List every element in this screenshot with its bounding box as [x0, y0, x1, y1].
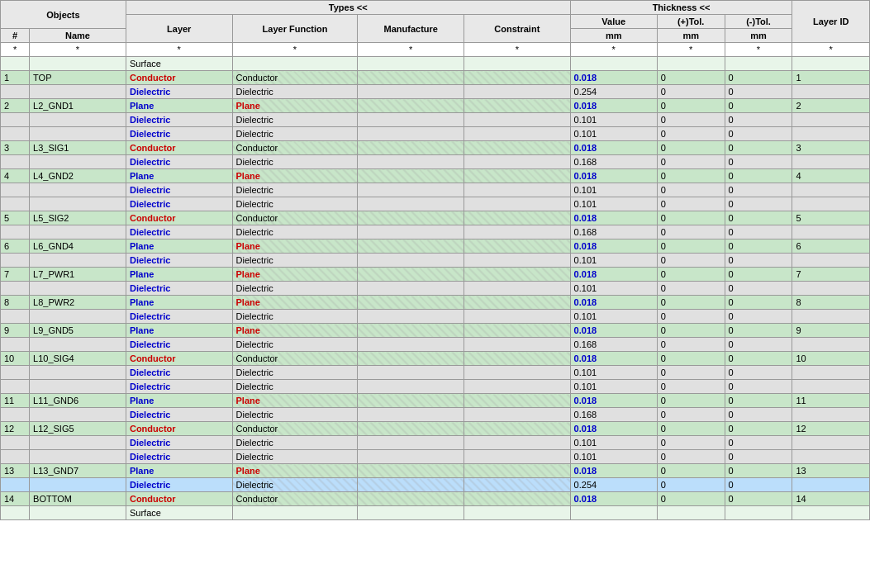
- cell-value: 0.018: [570, 352, 657, 366]
- cell-layer-fn: Conductor: [232, 422, 358, 436]
- cell-layer-fn: [232, 506, 358, 520]
- cell-constraint: [464, 436, 571, 450]
- cell-layer: Dielectric: [126, 478, 232, 492]
- cell-value: 0.168: [570, 155, 657, 169]
- table-row[interactable]: DielectricDielectric0.10100: [1, 113, 870, 127]
- cell-value: 0.101: [570, 282, 657, 296]
- table-row[interactable]: DielectricDielectric0.10100: [1, 282, 870, 296]
- cell-layer-id: [792, 310, 870, 324]
- table-row[interactable]: 11L11_GND6PlanePlane0.0180011: [1, 394, 870, 408]
- table-row[interactable]: DielectricDielectric0.16800: [1, 408, 870, 422]
- cell-name: [30, 183, 126, 197]
- cell-layer-fn: Dielectric: [232, 254, 358, 268]
- cell-value: 0.018: [570, 71, 657, 85]
- cell-value: 0.018: [570, 324, 657, 338]
- cell-layer: Conductor: [126, 492, 232, 506]
- table-row[interactable]: 8L8_PWR2PlanePlane0.018008: [1, 296, 870, 310]
- cell-value: 0.101: [570, 450, 657, 464]
- cell-manufacture: [358, 422, 464, 436]
- table-row[interactable]: 6L6_GND4PlanePlane0.018006: [1, 239, 870, 254]
- table-row[interactable]: DielectricDielectric0.10100: [1, 183, 870, 197]
- cell-constraint: [464, 268, 571, 282]
- table-row[interactable]: 12L12_SIG5ConductorConductor0.0180012: [1, 422, 870, 436]
- cell-value: 0.101: [570, 127, 657, 141]
- cell-constraint: [464, 127, 571, 141]
- cell-neg-tol: 0: [725, 282, 792, 296]
- table-row[interactable]: 14BOTTOMConductorConductor0.0180014: [1, 492, 870, 506]
- cell-constraint: [464, 380, 571, 394]
- cell-layer-fn: [232, 57, 358, 71]
- asterisk-value: *: [570, 43, 657, 57]
- cell-manufacture: [358, 57, 464, 71]
- table-row[interactable]: DielectricDielectric0.10100: [1, 310, 870, 324]
- table-row[interactable]: Surface: [1, 506, 870, 520]
- table-row[interactable]: DielectricDielectric0.16800: [1, 338, 870, 352]
- table-row[interactable]: DielectricDielectric0.16800: [1, 225, 870, 239]
- table-row[interactable]: 13L13_GND7PlanePlane0.0180013: [1, 464, 870, 478]
- cell-name: [30, 282, 126, 296]
- cell-value: 0.018: [570, 211, 657, 225]
- cell-manufacture: [358, 197, 464, 211]
- table-row[interactable]: DielectricDielectric0.10100: [1, 380, 870, 394]
- cell-manufacture: [358, 380, 464, 394]
- layer-fn-header: Layer Function: [232, 15, 358, 43]
- cell-layer-id: 11: [792, 394, 870, 408]
- cell-manufacture: [358, 282, 464, 296]
- table-row[interactable]: DielectricDielectric0.10100: [1, 366, 870, 380]
- table-row[interactable]: DielectricDielectric0.16800: [1, 155, 870, 169]
- cell-num: 3: [1, 141, 30, 155]
- table-row[interactable]: Surface: [1, 57, 870, 71]
- table-row[interactable]: 3L3_SIG1ConductorConductor0.018003: [1, 141, 870, 155]
- cell-value: [570, 506, 657, 520]
- table-row[interactable]: 7L7_PWR1PlanePlane0.018007: [1, 268, 870, 282]
- cell-name: L13_GND7: [30, 464, 126, 478]
- cell-num: [1, 57, 30, 71]
- cell-pos-tol: 0: [657, 85, 725, 99]
- cell-name: L9_GND5: [30, 324, 126, 338]
- cell-manufacture: [358, 254, 464, 268]
- cell-constraint: [464, 85, 571, 99]
- cell-manufacture: [358, 464, 464, 478]
- table-row[interactable]: 10L10_SIG4ConductorConductor0.0180010: [1, 352, 870, 366]
- table-row[interactable]: 2L2_GND1PlanePlane0.018002: [1, 99, 870, 113]
- cell-num: [1, 225, 30, 239]
- constraint-header: Constraint: [464, 15, 571, 43]
- table-row[interactable]: DielectricDielectric0.25400: [1, 478, 870, 492]
- cell-neg-tol: 0: [725, 155, 792, 169]
- table-row[interactable]: DielectricDielectric0.10100: [1, 450, 870, 464]
- table-row[interactable]: DielectricDielectric0.10100: [1, 436, 870, 450]
- cell-value: 0.101: [570, 310, 657, 324]
- cell-value: 0.018: [570, 492, 657, 506]
- table-row[interactable]: DielectricDielectric0.25400: [1, 85, 870, 99]
- cell-layer-id: [792, 450, 870, 464]
- table-row[interactable]: 5L5_SIG2ConductorConductor0.018005: [1, 211, 870, 225]
- cell-layer-id: 2: [792, 99, 870, 113]
- cell-layer-fn: Dielectric: [232, 478, 358, 492]
- table-row[interactable]: 4L4_GND2PlanePlane0.018004: [1, 169, 870, 183]
- table-row[interactable]: 9L9_GND5PlanePlane0.018009: [1, 324, 870, 338]
- cell-pos-tol: 0: [657, 478, 725, 492]
- cell-layer: Plane: [126, 169, 232, 183]
- cell-layer-id: 4: [792, 169, 870, 183]
- cell-pos-tol: 0: [657, 394, 725, 408]
- cell-neg-tol: 0: [725, 183, 792, 197]
- cell-neg-tol: 0: [725, 113, 792, 127]
- cell-neg-tol: 0: [725, 450, 792, 464]
- asterisk-pos-tol: *: [657, 43, 725, 57]
- cell-layer-id: [792, 366, 870, 380]
- table-row[interactable]: DielectricDielectric0.10100: [1, 254, 870, 268]
- pos-tol-unit-header: mm: [657, 29, 725, 43]
- cell-pos-tol: 0: [657, 338, 725, 352]
- cell-pos-tol: 0: [657, 141, 725, 155]
- table-row[interactable]: DielectricDielectric0.10100: [1, 127, 870, 141]
- cell-manufacture: [358, 127, 464, 141]
- cell-neg-tol: 0: [725, 408, 792, 422]
- pos-tol-header: (+)Tol.: [657, 15, 725, 29]
- cell-manufacture: [358, 99, 464, 113]
- cell-layer: Dielectric: [126, 254, 232, 268]
- cell-layer-fn: Plane: [232, 296, 358, 310]
- table-row[interactable]: 1TOPConductorConductor0.018001: [1, 71, 870, 85]
- cell-layer-id: [792, 506, 870, 520]
- cell-neg-tol: 0: [725, 211, 792, 225]
- table-row[interactable]: DielectricDielectric0.10100: [1, 197, 870, 211]
